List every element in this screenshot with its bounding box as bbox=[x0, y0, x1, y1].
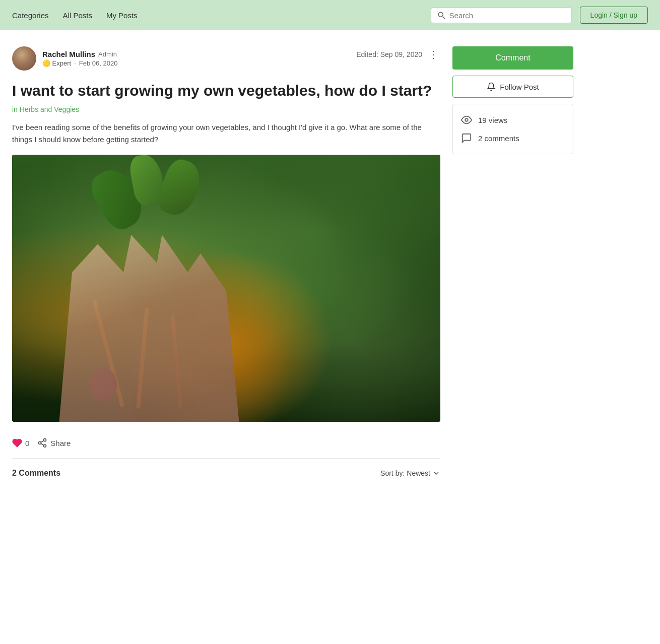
sort-by-dropdown[interactable]: Sort by: Newest bbox=[380, 469, 440, 477]
dot-separator: · bbox=[74, 59, 76, 67]
divider bbox=[12, 458, 440, 459]
post-title: I want to start growing my own vegetable… bbox=[12, 81, 440, 100]
veg-overlay bbox=[12, 155, 440, 422]
sort-option: Newest bbox=[407, 469, 430, 477]
nav-all-posts[interactable]: All Posts bbox=[63, 11, 92, 20]
post-image bbox=[12, 155, 440, 422]
author-row: Rachel Mullins Admin 🟡 Expert · Feb 06, … bbox=[12, 46, 440, 71]
share-button[interactable]: Share bbox=[37, 438, 71, 448]
svg-point-0 bbox=[438, 12, 443, 17]
reactions-row: 0 Share bbox=[12, 438, 440, 448]
edited-label: Edited: Sep 09, 2020 bbox=[356, 50, 422, 58]
svg-line-6 bbox=[41, 440, 44, 442]
eye-icon bbox=[461, 114, 472, 125]
search-box bbox=[431, 8, 572, 23]
author-name: Rachel Mullins bbox=[42, 50, 95, 58]
follow-post-button[interactable]: Follow Post bbox=[452, 76, 573, 98]
svg-point-3 bbox=[39, 442, 41, 444]
post-date: Feb 06, 2020 bbox=[79, 59, 118, 67]
search-icon bbox=[437, 11, 445, 19]
author-details: Rachel Mullins Admin 🟡 Expert · Feb 06, … bbox=[42, 50, 117, 67]
avatar bbox=[12, 46, 36, 71]
comments-title: 2 Comments bbox=[12, 469, 60, 478]
login-button[interactable]: Login / Sign up bbox=[580, 7, 648, 24]
post-content: Rachel Mullins Admin 🟡 Expert · Feb 06, … bbox=[12, 46, 440, 480]
nav-categories[interactable]: Categories bbox=[12, 11, 49, 20]
nav-links: Categories All Posts My Posts bbox=[12, 11, 431, 20]
avatar-image bbox=[12, 46, 36, 71]
edited-row: Edited: Sep 09, 2020 ⋮ bbox=[356, 46, 440, 62]
svg-point-7 bbox=[465, 118, 468, 121]
post-image-inner bbox=[12, 155, 440, 422]
author-meta: 🟡 Expert · Feb 06, 2020 bbox=[42, 59, 117, 67]
share-label: Share bbox=[50, 439, 71, 447]
admin-badge: Admin bbox=[98, 50, 117, 58]
main-layout: Rachel Mullins Admin 🟡 Expert · Feb 06, … bbox=[0, 30, 660, 492]
post-body: I've been reading some of the benefits o… bbox=[12, 121, 440, 146]
comments-header: 2 Comments Sort by: Newest bbox=[12, 469, 440, 478]
expert-badge: 🟡 Expert bbox=[42, 59, 71, 67]
comments-stat: 2 comments bbox=[461, 133, 565, 144]
sort-by-label: Sort by: bbox=[380, 469, 405, 477]
chevron-down-icon bbox=[432, 469, 440, 477]
svg-point-4 bbox=[44, 444, 46, 447]
comment-button[interactable]: Comment bbox=[452, 46, 573, 70]
svg-line-5 bbox=[41, 443, 44, 445]
views-count: 19 views bbox=[478, 116, 507, 124]
bell-icon bbox=[487, 82, 496, 91]
stats-box: 19 views 2 comments bbox=[452, 104, 573, 154]
navigation: Categories All Posts My Posts Login / Si… bbox=[0, 0, 660, 30]
follow-post-label: Follow Post bbox=[500, 83, 539, 91]
like-button[interactable]: 0 bbox=[12, 438, 29, 448]
comments-count: 2 comments bbox=[478, 134, 519, 143]
sidebar: Comment Follow Post 19 views 2 comments bbox=[452, 46, 573, 480]
search-input[interactable] bbox=[449, 11, 565, 20]
comment-icon bbox=[461, 133, 472, 144]
author-info: Rachel Mullins Admin 🟡 Expert · Feb 06, … bbox=[12, 46, 117, 71]
views-stat: 19 views bbox=[461, 114, 565, 125]
author-name-row: Rachel Mullins Admin bbox=[42, 50, 117, 58]
heart-icon bbox=[12, 438, 22, 448]
nav-my-posts[interactable]: My Posts bbox=[106, 11, 138, 20]
svg-point-2 bbox=[44, 439, 46, 441]
like-count: 0 bbox=[25, 439, 29, 447]
hand-decoration bbox=[34, 235, 291, 422]
post-category[interactable]: in Herbs and Veggies bbox=[12, 105, 440, 113]
svg-line-1 bbox=[442, 17, 444, 19]
share-icon bbox=[37, 438, 47, 448]
more-options-button[interactable]: ⋮ bbox=[426, 46, 440, 62]
